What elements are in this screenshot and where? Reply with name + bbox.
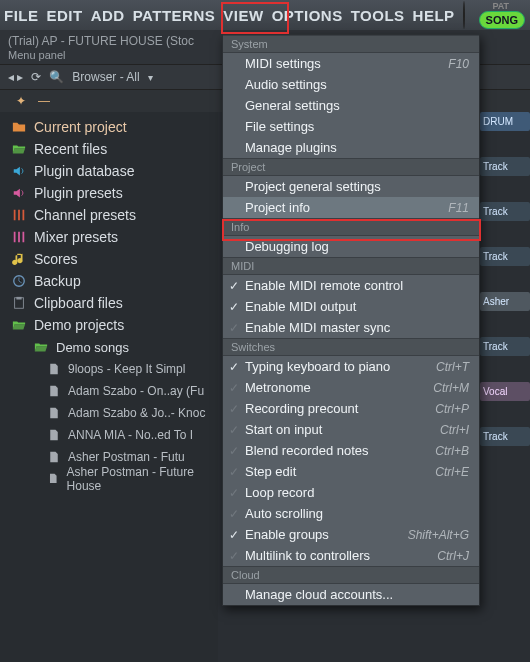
track-clip[interactable]: Track [480,157,530,176]
main-volume-knob[interactable] [463,1,465,29]
tree-node[interactable]: 9loops - Keep It Simpl [0,358,218,380]
tree-node[interactable]: Plugin database [0,160,218,182]
reload-icon[interactable]: ⟳ [31,70,41,84]
menu-item[interactable]: General settings [223,95,479,116]
menu-item[interactable]: ✓Blend recorded notesCtrl+B [223,440,479,461]
file-icon [48,363,60,375]
tree-label: Plugin presets [34,185,123,201]
track-clip[interactable]: Track [480,247,530,266]
tree-node[interactable]: Demo songs [0,336,218,358]
tree-label: Scores [34,251,78,267]
sliders-icon [12,230,26,244]
menu-file[interactable]: FILE [4,7,39,24]
menu-item[interactable]: ✓Enable MIDI master sync [223,317,479,338]
tree-node[interactable]: Channel presets [0,204,218,226]
menu-item[interactable]: ✓Multilink to controllersCtrl+J [223,545,479,566]
menu-section-header: System [223,35,479,53]
tree-label: Backup [34,273,81,289]
menu-item[interactable]: ✓Enable MIDI output [223,296,479,317]
file-icon [48,451,60,463]
browser-tree: Current projectRecent filesPlugin databa… [0,112,218,662]
tree-node[interactable]: Adam Szabo - On..ay (Fu [0,380,218,402]
menu-section-header: Cloud [223,566,479,584]
menu-patterns[interactable]: PATTERNS [133,7,216,24]
menu-item[interactable]: ✓Typing keyboard to pianoCtrl+T [223,356,479,377]
menu-options[interactable]: OPTIONS [272,7,343,24]
unchecked-icon: ✓ [229,507,239,521]
menu-item[interactable]: Audio settings [223,74,479,95]
menu-item[interactable]: ✓Recording precountCtrl+P [223,398,479,419]
tree-label: Plugin database [34,163,134,179]
tree-label: Mixer presets [34,229,118,245]
menu-edit[interactable]: EDIT [47,7,83,24]
tree-node[interactable]: Demo projects [0,314,218,336]
tree-node[interactable]: Asher Postman - Future House [0,468,218,490]
folder-open-icon [12,318,26,332]
menu-item[interactable]: Manage cloud accounts... [223,584,479,605]
menu-help[interactable]: HELP [413,7,455,24]
folder-icon [12,120,26,134]
menu-item-label: Enable MIDI master sync [245,320,390,335]
clock-icon [12,274,26,288]
menu-shortcut: Ctrl+T [436,360,469,374]
tree-node[interactable]: Recent files [0,138,218,160]
track-clip[interactable]: Track [480,337,530,356]
menu-item-label: Typing keyboard to piano [245,359,390,374]
menu-item[interactable]: ✓Loop record [223,482,479,503]
browser-filter-chevron[interactable]: ▾ [148,72,153,83]
track-clip[interactable]: Asher [480,292,530,311]
menu-item[interactable]: File settings [223,116,479,137]
unchecked-icon: ✓ [229,465,239,479]
menu-item-label: Multilink to controllers [245,548,370,563]
tree-node[interactable]: Mixer presets [0,226,218,248]
tree-node[interactable]: Current project [0,116,218,138]
tree-node[interactable]: Backup [0,270,218,292]
menu-item-label: Auto scrolling [245,506,323,521]
track-clip[interactable]: Vocal [480,382,530,401]
star-icon[interactable]: ✦ [16,94,26,108]
search-icon[interactable]: 🔍 [49,70,64,84]
tree-node[interactable]: Clipboard files [0,292,218,314]
tree-node[interactable]: Scores [0,248,218,270]
file-icon [48,429,60,441]
track-clip[interactable]: Track [480,202,530,221]
menu-tools[interactable]: TOOLS [351,7,405,24]
menu-item[interactable]: Project general settings [223,176,479,197]
menu-item-label: Enable MIDI output [245,299,356,314]
folder-open-icon [12,142,26,156]
menu-item[interactable]: Project infoF11 [223,197,479,218]
menu-item-label: Audio settings [245,77,327,92]
unchecked-icon: ✓ [229,444,239,458]
menu-item[interactable]: ✓MetronomeCtrl+M [223,377,479,398]
menu-section-header: Info [223,218,479,236]
track-clip[interactable]: Track [480,427,530,446]
nav-arrows[interactable]: ◂ ▸ [8,70,23,84]
menu-shortcut: Ctrl+I [440,423,469,437]
tree-node[interactable]: Adam Szabo & Jo..- Knoc [0,402,218,424]
menu-item-label: Project general settings [245,179,381,194]
browser-label: Browser - All [72,70,139,84]
menu-add[interactable]: ADD [91,7,125,24]
menu-item[interactable]: ✓Auto scrolling [223,503,479,524]
check-icon: ✓ [229,528,239,542]
song-mode-button[interactable]: SONG [479,11,525,29]
menu-item[interactable]: ✓Enable groupsShift+Alt+G [223,524,479,545]
menu-item[interactable]: ✓Start on inputCtrl+I [223,419,479,440]
menu-item[interactable]: ✓Enable MIDI remote control [223,275,479,296]
menu-item[interactable]: Manage plugins [223,137,479,158]
track-clip[interactable]: DRUM [480,112,530,131]
menu-item[interactable]: ✓Step editCtrl+E [223,461,479,482]
tree-label: Asher Postman - Future House [67,465,212,493]
menubar: FILE EDIT ADD PATTERNS VIEW OPTIONS TOOL… [0,0,530,30]
menu-item[interactable]: Debugging log [223,236,479,257]
svg-rect-2 [18,210,20,221]
menu-view[interactable]: VIEW [223,7,263,24]
speaker-icon [12,186,26,200]
menu-item-label: Start on input [245,422,322,437]
menu-shortcut: Ctrl+J [437,549,469,563]
unchecked-icon: ✓ [229,486,239,500]
menu-item[interactable]: MIDI settingsF10 [223,53,479,74]
tree-node[interactable]: Plugin presets [0,182,218,204]
tree-node[interactable]: ANNA MIA - No..ed To I [0,424,218,446]
menu-shortcut: Ctrl+M [433,381,469,395]
